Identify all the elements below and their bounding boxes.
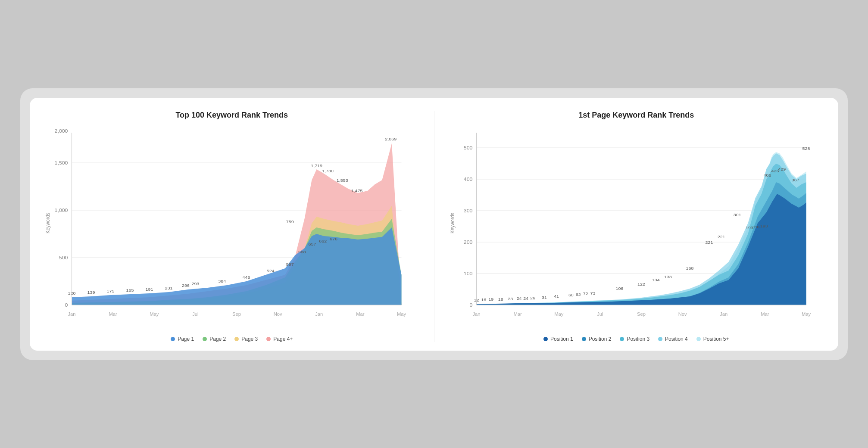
svg-text:1,475: 1,475 bbox=[351, 188, 363, 193]
svg-text:133: 133 bbox=[664, 274, 671, 279]
svg-text:200: 200 bbox=[463, 239, 472, 244]
legend-label-page4: Page 4+ bbox=[273, 336, 293, 342]
svg-text:500: 500 bbox=[463, 145, 472, 150]
svg-text:Jul: Jul bbox=[192, 311, 198, 316]
svg-text:676: 676 bbox=[330, 236, 337, 241]
legend-page2: Page 2 bbox=[203, 336, 226, 342]
svg-text:26: 26 bbox=[530, 296, 535, 300]
legend-pos2: Position 2 bbox=[582, 336, 612, 342]
svg-text:19: 19 bbox=[488, 297, 493, 301]
svg-text:May: May bbox=[150, 311, 159, 316]
svg-text:301: 301 bbox=[733, 212, 741, 217]
chart2-title: 1st Page Keyword Rank Trends bbox=[447, 111, 826, 120]
svg-text:72: 72 bbox=[583, 291, 588, 296]
legend-pos5: Position 5+ bbox=[696, 336, 729, 342]
svg-text:192: 192 bbox=[752, 224, 760, 229]
legend-dot-pos5 bbox=[696, 337, 701, 341]
svg-text:Jan: Jan bbox=[315, 311, 323, 316]
svg-text:139: 139 bbox=[87, 290, 95, 294]
svg-text:657: 657 bbox=[309, 242, 316, 246]
chart1-svg: 0 500 1,000 1,500 2,000 Keywords Jan Mar… bbox=[43, 124, 421, 331]
svg-text:221: 221 bbox=[705, 240, 713, 244]
svg-text:1,500: 1,500 bbox=[55, 160, 68, 165]
svg-text:16: 16 bbox=[481, 297, 486, 302]
legend-dot-pos1 bbox=[543, 337, 548, 341]
svg-text:429: 429 bbox=[778, 167, 786, 171]
svg-text:60: 60 bbox=[568, 292, 573, 297]
legend-pos4: Position 4 bbox=[658, 336, 688, 342]
svg-text:1,000: 1,000 bbox=[55, 207, 68, 212]
svg-text:175: 175 bbox=[107, 289, 115, 293]
svg-text:662: 662 bbox=[319, 239, 327, 243]
svg-text:24: 24 bbox=[516, 296, 521, 300]
svg-text:73: 73 bbox=[590, 291, 595, 295]
svg-text:Sep: Sep bbox=[637, 311, 646, 316]
svg-text:May: May bbox=[554, 311, 564, 316]
svg-text:Sep: Sep bbox=[232, 311, 241, 316]
svg-text:May: May bbox=[801, 311, 811, 316]
legend-dot-pos4 bbox=[658, 337, 662, 341]
svg-text:100: 100 bbox=[463, 271, 472, 276]
svg-text:106: 106 bbox=[615, 286, 623, 290]
legend-dot-page4 bbox=[266, 337, 271, 341]
svg-text:24: 24 bbox=[523, 296, 528, 300]
legend-dot-page2 bbox=[203, 337, 207, 341]
legend-label-page2: Page 2 bbox=[209, 336, 226, 342]
svg-text:165: 165 bbox=[126, 288, 134, 292]
svg-text:406: 406 bbox=[763, 173, 771, 177]
svg-text:384: 384 bbox=[218, 279, 226, 283]
chart2-svg: 0 100 200 300 400 500 Keywords Jan Mar M… bbox=[447, 124, 826, 331]
svg-text:122: 122 bbox=[637, 282, 645, 286]
svg-text:588: 588 bbox=[298, 249, 306, 254]
chart1-area: 0 500 1,000 1,500 2,000 Keywords Jan Mar… bbox=[43, 124, 421, 331]
chart1-title: Top 100 Keyword Rank Trends bbox=[43, 111, 421, 120]
legend-label-pos5: Position 5+ bbox=[703, 336, 729, 342]
legend-label-page1: Page 1 bbox=[178, 336, 194, 342]
svg-text:296: 296 bbox=[182, 283, 190, 287]
legend-page4: Page 4+ bbox=[266, 336, 293, 342]
legend-label-pos3: Position 3 bbox=[627, 336, 649, 342]
svg-text:1,719: 1,719 bbox=[311, 163, 322, 168]
chart2-area: 0 100 200 300 400 500 Keywords Jan Mar M… bbox=[447, 124, 826, 331]
svg-text:1,730: 1,730 bbox=[322, 168, 334, 173]
svg-text:Jan: Jan bbox=[472, 311, 480, 316]
svg-text:0: 0 bbox=[469, 302, 472, 307]
svg-text:293: 293 bbox=[191, 281, 199, 286]
svg-text:168: 168 bbox=[686, 266, 693, 270]
svg-text:191: 191 bbox=[146, 287, 153, 291]
svg-text:62: 62 bbox=[575, 292, 581, 296]
svg-text:Mar: Mar bbox=[109, 311, 117, 316]
svg-text:23: 23 bbox=[508, 296, 513, 301]
svg-text:221: 221 bbox=[717, 234, 725, 239]
svg-text:Jan: Jan bbox=[720, 311, 727, 316]
legend-dot-page1 bbox=[171, 337, 175, 341]
chart-divider bbox=[434, 111, 434, 342]
svg-text:31: 31 bbox=[542, 295, 547, 299]
chart2-legend: Position 1 Position 2 Position 3 Positio… bbox=[447, 336, 826, 342]
svg-text:Mar: Mar bbox=[513, 311, 522, 316]
svg-text:367: 367 bbox=[791, 177, 799, 182]
svg-text:193: 193 bbox=[745, 225, 753, 230]
legend-page3: Page 3 bbox=[234, 336, 258, 342]
outer-card: Top 100 Keyword Rank Trends 0 50 bbox=[20, 88, 848, 360]
legend-page1: Page 1 bbox=[171, 336, 194, 342]
svg-text:759: 759 bbox=[286, 219, 294, 224]
svg-text:524: 524 bbox=[267, 268, 275, 273]
legend-label-pos1: Position 1 bbox=[550, 336, 573, 342]
svg-text:Nov: Nov bbox=[274, 311, 283, 316]
svg-text:Jul: Jul bbox=[597, 311, 603, 316]
svg-text:18: 18 bbox=[498, 297, 503, 301]
svg-text:300: 300 bbox=[463, 208, 472, 213]
legend-pos3: Position 3 bbox=[620, 336, 649, 342]
svg-text:597: 597 bbox=[286, 262, 294, 266]
inner-card: Top 100 Keyword Rank Trends 0 50 bbox=[30, 98, 838, 351]
chart1-legend: Page 1 Page 2 Page 3 Page 4+ bbox=[43, 336, 421, 342]
legend-dot-pos3 bbox=[620, 337, 624, 341]
svg-text:1,553: 1,553 bbox=[337, 178, 348, 182]
svg-text:446: 446 bbox=[243, 275, 250, 279]
legend-label-pos2: Position 2 bbox=[589, 336, 612, 342]
svg-text:Jan: Jan bbox=[68, 311, 75, 316]
svg-text:231: 231 bbox=[165, 286, 173, 290]
chart1-panel: Top 100 Keyword Rank Trends 0 50 bbox=[43, 111, 421, 342]
svg-text:134: 134 bbox=[652, 277, 659, 282]
